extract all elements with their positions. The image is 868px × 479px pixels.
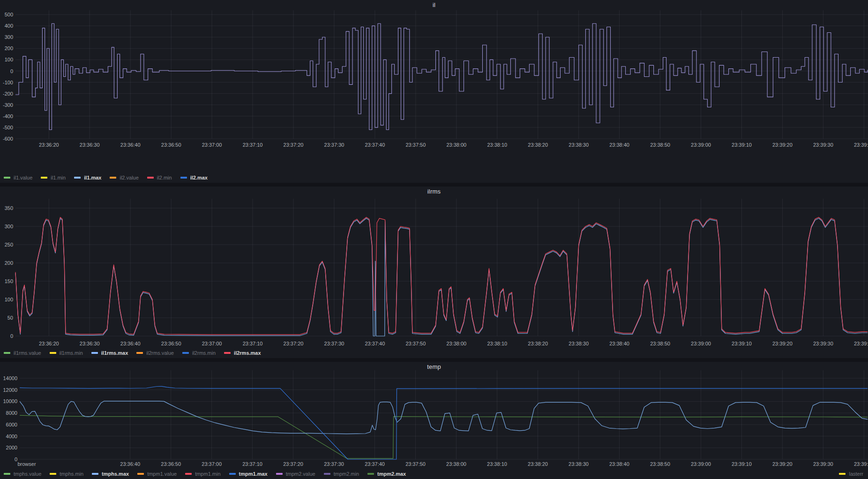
- legend-item-tmpm2.value[interactable]: tmpm2.value: [276, 471, 315, 477]
- legend-swatch-icon: [182, 352, 189, 354]
- legend-label: il1.min: [51, 175, 66, 180]
- legend-label: tmpm1.value: [147, 471, 177, 477]
- temp-legend: tmphs.valuetmphs.mintmphs.maxtmpm1.value…: [4, 471, 406, 477]
- legend-item-tmphs.max[interactable]: tmphs.max: [92, 471, 129, 477]
- legend-item-il1.min[interactable]: il1.min: [41, 175, 66, 180]
- legend-swatch-icon: [4, 473, 10, 475]
- svg-text:12000: 12000: [3, 387, 17, 393]
- ilrms-legend: il1rms.valueil1rms.minil1rms.maxil2rms.v…: [4, 350, 261, 356]
- svg-text:23:37:20: 23:37:20: [284, 142, 304, 148]
- legend-item-il1rms.value[interactable]: il1rms.value: [4, 350, 41, 356]
- svg-text:0: 0: [15, 457, 17, 462]
- legend-swatch-icon: [50, 352, 56, 354]
- legend-swatch-icon: [147, 177, 154, 179]
- grid-and-axis-labels: 1400012000100008000600040002000023:36:40…: [3, 370, 868, 467]
- panel-ilrms: ilrms 35030025020015010050023:36:2023:36…: [0, 187, 868, 358]
- legend-item-lasterr[interactable]: lasterr: [839, 471, 863, 477]
- legend-item-tmphs.min[interactable]: tmphs.min: [50, 471, 83, 477]
- svg-text:14000: 14000: [3, 375, 17, 381]
- series-il1rms.max: [15, 218, 868, 336]
- svg-text:50: 50: [7, 315, 13, 321]
- legend-label: il2rms.value: [146, 350, 174, 356]
- legend-item-tmpm2.min[interactable]: tmpm2.min: [324, 471, 359, 477]
- svg-text:23:37:40: 23:37:40: [365, 461, 385, 467]
- svg-text:23:38:50: 23:38:50: [650, 142, 670, 148]
- svg-text:23:37:20: 23:37:20: [284, 341, 304, 346]
- svg-text:23:39:20: 23:39:20: [772, 341, 793, 346]
- legend-label: lasterr: [849, 471, 863, 477]
- legend-label: il1rms.value: [14, 350, 41, 356]
- svg-text:23:39:20: 23:39:20: [772, 461, 793, 467]
- legend-label: tmpm2.value: [286, 471, 315, 477]
- svg-text:23:37:30: 23:37:30: [324, 341, 344, 346]
- legend-item-il2rms.max[interactable]: il2rms.max: [224, 350, 261, 356]
- legend-label: tmpm1.min: [195, 471, 220, 477]
- svg-text:200: 200: [5, 260, 13, 266]
- svg-text:23:38:00: 23:38:00: [446, 461, 466, 467]
- legend-item-tmpm2.max[interactable]: tmpm2.max: [367, 471, 406, 477]
- legend-item-il1.value[interactable]: il1.value: [4, 175, 32, 180]
- svg-text:23:38:20: 23:38:20: [528, 142, 548, 148]
- svg-text:-500: -500: [3, 125, 13, 130]
- svg-text:500: 500: [5, 12, 13, 17]
- legend-label: tmpm2.min: [334, 471, 359, 477]
- svg-text:23:37:30: 23:37:30: [324, 142, 344, 148]
- svg-text:8000: 8000: [6, 410, 17, 416]
- svg-text:23:39:00: 23:39:00: [691, 461, 711, 467]
- legend-item-tmpm1.value[interactable]: tmpm1.value: [137, 471, 177, 477]
- svg-text:23:36:20: 23:36:20: [39, 142, 59, 148]
- svg-text:23:36:40: 23:36:40: [120, 142, 141, 148]
- svg-text:23:37:00: 23:37:00: [202, 461, 222, 467]
- svg-text:23:39:30: 23:39:30: [813, 461, 833, 467]
- svg-text:23:38:40: 23:38:40: [609, 461, 629, 467]
- legend-item-il1.max[interactable]: il1.max: [74, 175, 101, 180]
- svg-text:23:36:40: 23:36:40: [120, 341, 141, 346]
- legend-label: il2rms.max: [234, 350, 261, 356]
- series-tmpm1.max: [20, 386, 868, 459]
- grid-and-axis-labels: 35030025020015010050023:36:2023:36:3023:…: [5, 199, 868, 346]
- legend-swatch-icon: [136, 352, 143, 354]
- legend-swatch-icon: [137, 473, 144, 475]
- il-chart: 5004003002001000-100-200-300-400-500-600…: [0, 0, 868, 183]
- legend-item-il1rms.max[interactable]: il1rms.max: [91, 350, 128, 356]
- svg-text:23:39:20: 23:39:20: [772, 142, 793, 148]
- dashboard: il 5004003002001000-100-200-300-400-500-…: [0, 0, 868, 479]
- svg-text:23:39:30: 23:39:30: [813, 142, 833, 148]
- svg-text:400: 400: [5, 23, 13, 29]
- legend-item-tmphs.value[interactable]: tmphs.value: [4, 471, 41, 477]
- legend-swatch-icon: [276, 473, 283, 475]
- svg-text:browser: browser: [17, 461, 36, 467]
- legend-swatch-icon: [180, 177, 187, 179]
- legend-label: tmpm1.max: [239, 471, 268, 477]
- svg-text:23:39:10: 23:39:10: [732, 341, 752, 346]
- legend-swatch-icon: [324, 473, 330, 475]
- svg-text:350: 350: [5, 205, 13, 211]
- legend-swatch-icon: [41, 177, 47, 179]
- svg-text:0: 0: [10, 333, 13, 339]
- legend-item-il2.max[interactable]: il2.max: [180, 175, 208, 180]
- svg-text:-100: -100: [3, 80, 13, 85]
- svg-text:-300: -300: [3, 102, 13, 108]
- svg-text:23:39:10: 23:39:10: [732, 461, 752, 467]
- legend-label: il2.max: [190, 175, 208, 180]
- svg-text:23:37:10: 23:37:10: [243, 142, 263, 148]
- legend-item-il1rms.min[interactable]: il1rms.min: [50, 350, 83, 356]
- series-lines: [20, 386, 868, 459]
- svg-text:2000: 2000: [6, 445, 17, 450]
- legend-item-il2rms.value[interactable]: il2rms.value: [136, 350, 174, 356]
- svg-text:6000: 6000: [6, 422, 17, 427]
- legend-swatch-icon: [74, 177, 81, 179]
- series-lines: [15, 23, 868, 129]
- legend-swatch-icon: [839, 473, 846, 475]
- series-tmpm2.max: [20, 415, 868, 458]
- legend-item-tmpm1.max[interactable]: tmpm1.max: [229, 471, 268, 477]
- series-tmphs.max: [20, 401, 868, 434]
- legend-item-il2rms.min[interactable]: il2rms.min: [182, 350, 216, 356]
- legend-item-il2.min[interactable]: il2.min: [147, 175, 172, 180]
- legend-item-tmpm1.min[interactable]: tmpm1.min: [185, 471, 220, 477]
- svg-text:23:38:30: 23:38:30: [569, 142, 589, 148]
- temp-legend-right: lasterr: [839, 471, 863, 477]
- svg-text:0: 0: [10, 68, 13, 74]
- legend-item-il2.value[interactable]: il2.value: [110, 175, 138, 180]
- legend-swatch-icon: [229, 473, 236, 475]
